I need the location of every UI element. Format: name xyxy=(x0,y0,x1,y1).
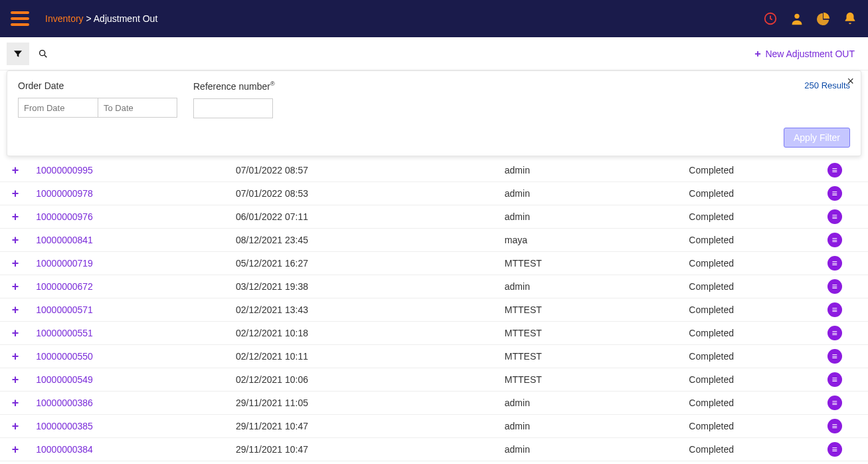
expand-cell: + xyxy=(0,275,31,298)
expand-row-icon[interactable]: + xyxy=(12,164,19,176)
reference-cell: 10000000976 xyxy=(31,205,230,228)
table-scroll-container[interactable]: +1000000099507/01/2022 08:57adminComplet… xyxy=(0,159,868,464)
row-menu-button[interactable]: ≡ xyxy=(827,186,842,201)
table-row: +1000000054902/12/2021 10:06MTTESTComple… xyxy=(0,368,868,391)
row-menu-button[interactable]: ≡ xyxy=(827,372,842,387)
reference-link[interactable]: 10000000551 xyxy=(36,328,93,338)
table-row: +1000000097807/01/2022 08:53adminComplet… xyxy=(0,181,868,205)
table-row: +1000000099507/01/2022 08:57adminComplet… xyxy=(0,159,868,182)
reference-link[interactable]: 10000000386 xyxy=(36,398,93,408)
breadcrumb-separator: > xyxy=(84,13,94,24)
date-cell: 06/01/2022 07:11 xyxy=(230,205,499,228)
status-cell: Completed xyxy=(683,391,822,414)
row-menu-button[interactable]: ≡ xyxy=(827,349,842,364)
status-cell: Completed xyxy=(683,437,822,461)
expand-row-icon[interactable]: + xyxy=(12,211,19,223)
row-menu-button[interactable]: ≡ xyxy=(827,256,842,271)
bell-icon[interactable] xyxy=(843,11,857,26)
filter-fields: Order Date Reference number® xyxy=(18,80,275,118)
reference-filter-group: Reference number® xyxy=(193,80,275,118)
action-cell: ≡ xyxy=(822,368,868,391)
apply-filter-button[interactable]: Apply Filter xyxy=(784,128,850,148)
reference-link[interactable]: 10000000978 xyxy=(36,188,93,199)
expand-row-icon[interactable]: + xyxy=(12,420,19,432)
reference-link[interactable]: 10000000719 xyxy=(36,258,93,269)
new-adjustment-out-link[interactable]: New Adjustment OUT xyxy=(753,49,861,59)
expand-row-icon[interactable]: + xyxy=(12,350,19,362)
reference-number-input[interactable] xyxy=(193,98,273,118)
user-cell: admin xyxy=(499,461,684,464)
action-cell: ≡ xyxy=(822,461,868,464)
filter-toggle-button[interactable] xyxy=(7,43,29,65)
expand-row-icon[interactable]: + xyxy=(12,397,19,409)
table-row: +1000000038529/11/2021 10:47adminComplet… xyxy=(0,414,868,437)
expand-cell: + xyxy=(0,437,31,461)
row-menu-button[interactable]: ≡ xyxy=(827,326,842,340)
reference-cell: 10000000549 xyxy=(31,368,230,391)
expand-row-icon[interactable]: + xyxy=(12,234,19,246)
expand-cell: + xyxy=(0,205,31,228)
list-icon: ≡ xyxy=(831,282,837,291)
breadcrumb: Inventory > Adjustment Out xyxy=(45,13,157,24)
expand-cell: + xyxy=(0,181,31,205)
order-date-to-input[interactable] xyxy=(98,98,177,118)
user-icon[interactable] xyxy=(790,11,804,26)
expand-row-icon[interactable]: + xyxy=(12,257,19,269)
clock-icon[interactable] xyxy=(763,11,778,26)
status-cell: Completed xyxy=(683,228,822,251)
breadcrumb-parent[interactable]: Inventory xyxy=(45,13,84,24)
filter-close-button[interactable]: × xyxy=(847,75,854,87)
adjustment-out-table: +1000000099507/01/2022 08:57adminComplet… xyxy=(0,159,868,464)
order-date-from-input[interactable] xyxy=(18,98,98,118)
expand-row-icon[interactable]: + xyxy=(12,327,19,339)
status-cell: Completed xyxy=(683,321,822,344)
status-cell: Completed xyxy=(683,275,822,298)
reference-link[interactable]: 10000000549 xyxy=(36,374,93,385)
reference-cell: 10000000571 xyxy=(31,298,230,321)
results-count: 250 Results xyxy=(804,80,850,90)
reference-link[interactable]: 10000000385 xyxy=(36,421,93,431)
date-cell: 03/12/2021 19:38 xyxy=(230,275,499,298)
row-menu-button[interactable]: ≡ xyxy=(827,163,842,177)
expand-row-icon[interactable]: + xyxy=(12,443,19,455)
expand-row-icon[interactable]: + xyxy=(12,374,19,386)
toolbar-left xyxy=(7,39,54,69)
row-menu-button[interactable]: ≡ xyxy=(827,419,842,433)
expand-row-icon[interactable]: + xyxy=(12,304,19,316)
reference-link[interactable]: 10000000384 xyxy=(36,444,93,455)
search-button[interactable] xyxy=(32,43,54,65)
reference-link[interactable]: 10000000550 xyxy=(36,351,93,362)
date-cell: 02/12/2021 10:11 xyxy=(230,344,499,368)
reference-link[interactable]: 10000000841 xyxy=(36,235,93,245)
reference-link[interactable]: 10000000976 xyxy=(36,211,93,222)
reference-link[interactable]: 10000000571 xyxy=(36,304,93,315)
table-row: +1000000038329/11/2021 10:46adminComplet… xyxy=(0,461,868,464)
hamburger-menu-icon[interactable] xyxy=(11,11,29,26)
row-menu-button[interactable]: ≡ xyxy=(827,279,842,294)
row-menu-button[interactable]: ≡ xyxy=(827,209,842,224)
page-toolbar: New Adjustment OUT xyxy=(0,37,868,70)
action-cell: ≡ xyxy=(822,298,868,321)
list-icon: ≡ xyxy=(831,212,837,221)
pie-chart-icon[interactable] xyxy=(816,11,831,26)
row-menu-button[interactable]: ≡ xyxy=(827,442,842,457)
reference-cell: 10000000719 xyxy=(31,251,230,275)
reference-link[interactable]: 10000000995 xyxy=(36,165,93,175)
action-cell: ≡ xyxy=(822,437,868,461)
user-cell: admin xyxy=(499,437,684,461)
row-menu-button[interactable]: ≡ xyxy=(827,396,842,410)
expand-row-icon[interactable]: + xyxy=(12,281,19,292)
user-cell: admin xyxy=(499,159,684,182)
row-menu-button[interactable]: ≡ xyxy=(827,233,842,247)
action-cell: ≡ xyxy=(822,414,868,437)
expand-row-icon[interactable]: + xyxy=(12,187,19,199)
reference-cell: 10000000672 xyxy=(31,275,230,298)
list-icon: ≡ xyxy=(831,189,837,198)
row-menu-button[interactable]: ≡ xyxy=(827,302,842,317)
reference-link[interactable]: 10000000672 xyxy=(36,281,93,292)
reference-cell: 10000000978 xyxy=(31,181,230,205)
user-cell: admin xyxy=(499,181,684,205)
action-cell: ≡ xyxy=(822,205,868,228)
expand-cell: + xyxy=(0,391,31,414)
date-cell: 02/12/2021 10:18 xyxy=(230,321,499,344)
